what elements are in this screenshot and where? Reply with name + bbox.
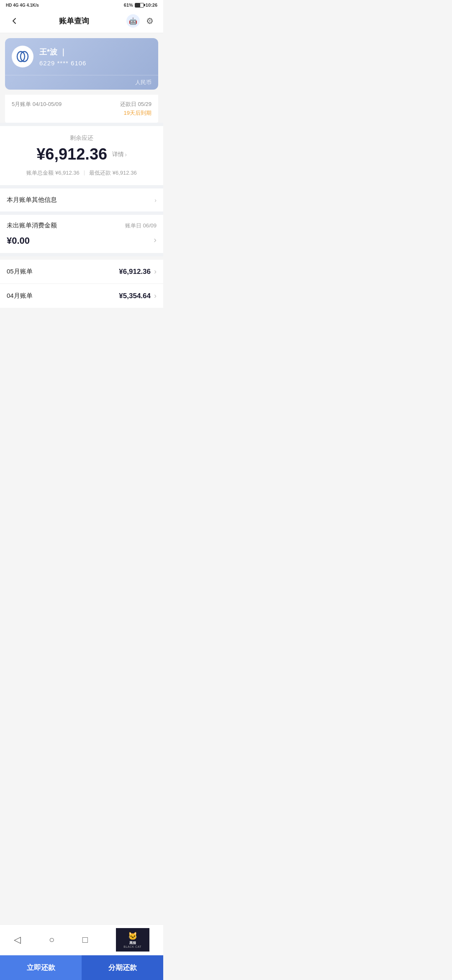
settings-icon[interactable]: ⚙ <box>143 14 157 28</box>
other-info-chevron-icon: › <box>154 197 157 204</box>
header: 账单查询 🤖 ⚙ <box>0 9 163 33</box>
divider-4 <box>0 253 163 256</box>
amount-min: 最低还款 ¥6,912.36 <box>89 169 136 177</box>
header-actions: 🤖 ⚙ <box>126 14 157 28</box>
status-network: HD 4G 4G 4.1K/s <box>6 3 39 8</box>
unpaid-value-row[interactable]: ¥0.00 › <box>0 231 163 253</box>
bill-amount-row-may: ¥6,912.36 › <box>119 267 157 276</box>
card-holder-name: 王*波 ｜ <box>39 47 152 57</box>
card-info: 王*波 ｜ 6229 **** 6106 <box>39 47 152 67</box>
billing-due-days: 19天后到期 <box>120 109 152 117</box>
bill-row-apr[interactable]: 04月账单 ¥5,354.64 › <box>0 284 163 308</box>
info-section: 本月账单其他信息 › <box>0 188 163 211</box>
unpaid-date: 账单日 06/09 <box>125 222 157 230</box>
bill-amount-may: ¥6,912.36 <box>119 268 151 276</box>
divider-3 <box>0 211 163 215</box>
unpaid-label: 未出账单消费金额 <box>7 222 57 230</box>
bill-amount-row-apr: ¥5,354.64 › <box>119 291 157 300</box>
amount-value: ¥6,912.36 <box>36 145 107 163</box>
billing-due: 还款日 05/29 19天后到期 <box>120 101 152 117</box>
amount-label: 剩余应还 <box>7 134 157 142</box>
bill-row-may[interactable]: 05月账单 ¥6,912.36 › <box>0 260 163 284</box>
amount-total: 账单总金额 ¥6,912.36 <box>26 169 79 177</box>
battery-icon <box>135 3 144 8</box>
page-title: 账单查询 <box>22 16 126 26</box>
amount-meta: 账单总金额 ¥6,912.36 | 最低还款 ¥6,912.36 <box>7 169 157 177</box>
status-bar: HD 4G 4G 4.1K/s 61% 10:26 <box>0 0 163 9</box>
bill-month-apr: 04月账单 <box>7 292 33 300</box>
bills-section: 05月账单 ¥6,912.36 › 04月账单 ¥5,354.64 › <box>0 260 163 308</box>
detail-chevron-icon: › <box>125 151 127 158</box>
other-info-right: › <box>154 197 157 204</box>
bill-month-may: 05月账单 <box>7 268 33 276</box>
unpaid-section: 未出账单消费金额 账单日 06/09 ¥0.00 › <box>0 215 163 253</box>
other-info-label: 本月账单其他信息 <box>7 196 57 204</box>
amount-row: ¥6,912.36 详情 › <box>7 145 157 163</box>
back-button[interactable] <box>7 13 22 28</box>
card-currency: 人民币 <box>5 75 158 90</box>
card-logo <box>12 46 33 67</box>
avatar-icon[interactable]: 🤖 <box>126 14 140 28</box>
card-section: 王*波 ｜ 6229 **** 6106 人民币 <box>5 38 158 90</box>
unpaid-header: 未出账单消费金额 账单日 06/09 <box>0 215 163 231</box>
divider-2 <box>0 185 163 188</box>
unpaid-value: ¥0.00 <box>7 235 30 246</box>
bill-chevron-may-icon: › <box>154 267 157 276</box>
divider-1 <box>0 123 163 126</box>
billing-period-label: 5月账单 04/10-05/09 <box>12 101 62 108</box>
other-info-row[interactable]: 本月账单其他信息 › <box>0 188 163 211</box>
bill-amount-apr: ¥5,354.64 <box>119 292 151 300</box>
billing-period: 5月账单 04/10-05/09 还款日 05/29 19天后到期 <box>5 95 158 123</box>
card-number: 6229 **** 6106 <box>39 59 152 67</box>
amount-section: 剩余应还 ¥6,912.36 详情 › 账单总金额 ¥6,912.36 | 最低… <box>0 126 163 185</box>
card-top: 王*波 ｜ 6229 **** 6106 <box>5 38 158 75</box>
status-right: 61% 10:26 <box>124 3 157 8</box>
billing-due-label: 还款日 05/29 <box>120 101 152 108</box>
unpaid-chevron-icon: › <box>154 235 157 245</box>
detail-link[interactable]: 详情 › <box>112 151 127 158</box>
bill-chevron-apr-icon: › <box>154 291 157 300</box>
